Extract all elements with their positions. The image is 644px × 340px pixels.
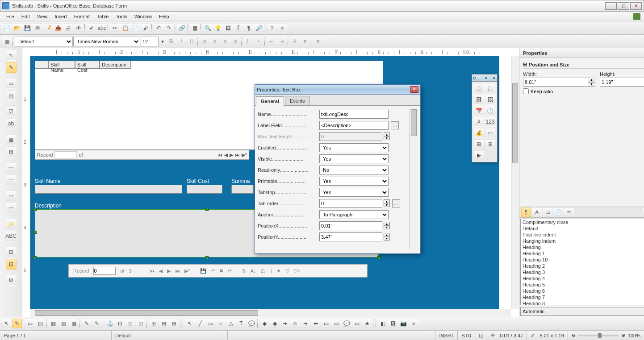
formctl-form-icon[interactable]: ▭ [6,78,17,89]
position-size-section[interactable]: ⊟Position and Size▭ [523,61,644,69]
draw-T-icon[interactable]: T [236,319,246,328]
nav2-first-icon[interactable]: ⏮ [150,268,155,274]
fmt-ind-icon[interactable]: ⇥ [277,37,287,46]
fmt-aj-icon[interactable]: ≡ [230,37,240,46]
draw-g3d-icon[interactable]: ◧ [378,319,388,328]
fmt-Ac-icon[interactable]: A [290,37,300,46]
std-zoom-icon[interactable]: 🔎 [254,23,264,33]
morectl-b-icon[interactable]: ⬚ [485,83,495,93]
draw-t2-icon[interactable]: ▦ [59,319,68,328]
formctl-design-icon[interactable]: ✎ [6,62,17,73]
nav2-next-icon[interactable]: ▶ [167,268,171,274]
draw-poly-icon[interactable]: △ [226,319,236,328]
nav-record-input[interactable] [93,267,116,275]
formctl-wiz-icon[interactable]: ✨ [6,219,17,229]
morectl-f-icon[interactable]: 🕐 [485,106,495,116]
font-size-dropdown[interactable]: ▾ [159,37,166,46]
nav-first-icon[interactable]: ⏮ [217,152,222,158]
std-abc2-icon[interactable]: abc [97,23,107,33]
prop-browse-1[interactable]: … [391,121,399,129]
morectl-h-icon[interactable]: 💰 [474,128,484,138]
nav-last-icon[interactable]: ⏭ [235,152,240,158]
input-skill-cost[interactable] [187,185,222,194]
draw-d4-icon[interactable]: ➜ [301,319,310,328]
input-summary[interactable] [231,185,254,194]
nav2-undo-icon[interactable]: ↶ [211,268,215,274]
col-skill-name[interactable]: Skill Name [48,61,75,69]
draw-oval-icon[interactable]: ○ [216,319,226,328]
formctl-abc-icon[interactable]: ab [6,118,17,129]
draw-d5-icon[interactable]: ⬅ [311,319,321,328]
properties-dialog[interactable]: Properties: Text Box ✕ General Events Na… [255,84,421,254]
style-item[interactable]: Hanging indent [521,238,644,244]
styles-filter-select[interactable]: Automatic [520,307,644,316]
formctl-cfg-icon[interactable]: ⚙ [6,275,17,286]
zoom-value[interactable]: 100% [628,333,640,338]
nav2-filter-icon[interactable]: ▼ [276,268,281,274]
morectl-i-icon[interactable]: ⊞ [474,139,484,149]
width-input[interactable] [523,78,588,87]
nav2-remfilter-icon[interactable]: ▽× [294,268,300,274]
style-item[interactable]: Heading 3 [521,269,644,275]
draw-f2-icon[interactable]: ▤ [35,319,45,328]
style-item[interactable]: Heading 7 [521,294,644,300]
nav-prev-icon[interactable]: ◀ [224,152,228,158]
draw-e2-icon[interactable]: ✎ [92,319,102,328]
std-pic-icon[interactable]: 🖼 [223,23,233,33]
draw-d2-icon[interactable]: ◆ [270,319,280,328]
std-para-icon[interactable]: ¶ [244,23,254,33]
status-insert[interactable]: INSRT [435,331,458,340]
keep-ratio-checkbox[interactable] [523,88,529,94]
draw-d6-icon[interactable]: ▭ [321,319,331,328]
style-item[interactable]: Heading 5 [521,282,644,288]
menu-insert[interactable]: Insert [51,13,71,20]
draw-t1-icon[interactable]: ▦ [48,319,58,328]
std-print-icon[interactable]: 🖨 [63,23,73,33]
std-mail-icon[interactable]: ✉ [33,23,42,33]
draw-line-icon[interactable]: ╱ [195,319,205,328]
formctl-abc3-icon[interactable]: ABC [6,231,17,241]
nav2-new-icon[interactable]: ▶* [184,268,190,274]
nav2-del-icon[interactable]: ✖ [219,268,223,274]
menu-file[interactable]: File [3,13,18,20]
nav2-prev-icon[interactable]: ◀ [159,268,163,274]
font-size-input[interactable] [141,37,159,46]
menu-tools[interactable]: Tools [112,13,131,20]
std-paste-icon[interactable]: 📄 [130,23,140,33]
formctl-more-icon[interactable]: ⋯ [6,162,17,173]
status-style[interactable]: Default [112,331,228,340]
draw-g3-icon[interactable]: ⊡ [136,319,146,328]
styles-listbox[interactable]: Complimentary closeDefaultFirst line ind… [520,219,644,305]
draw-star-icon[interactable]: ★ [362,319,372,328]
height-input[interactable] [600,78,644,87]
style-item[interactable]: Complimentary close [521,219,644,225]
draw-d8-icon[interactable]: ▭ [352,319,362,328]
morectl-j-icon[interactable]: ⊞ [485,139,495,149]
draw-d3-icon[interactable]: ➜ [280,319,290,328]
draw-sn2-icon[interactable]: ⊞ [169,319,179,328]
std-export-icon[interactable]: 📤 [53,23,63,33]
style-item[interactable]: Default [521,225,644,232]
formctl-check-icon[interactable]: ☑ [6,106,17,117]
std-preview-icon[interactable]: 👁 [74,23,84,33]
draw-gal-icon[interactable]: 🖼 [388,319,398,328]
draw-cap-icon[interactable]: 💬 [247,319,256,328]
draw-smile-icon[interactable]: ☺ [290,319,300,328]
prop-input-positionx[interactable] [319,221,382,230]
draw-chat-icon[interactable]: 💬 [342,319,351,328]
std-redo-icon[interactable]: ↷ [164,23,174,33]
std-undo-icon[interactable]: ↶ [154,23,163,33]
nav2-autofilter-icon[interactable]: ▽ [286,268,289,274]
style-item[interactable]: Heading 8 [521,300,644,305]
record-value[interactable] [54,151,77,158]
floatbox-dropdown-icon[interactable]: ▾ [485,76,487,80]
list-styles-icon[interactable]: ≣ [564,207,574,217]
more-controls-toolbox[interactable]: M...▾✕ ⬚⬚🖼🖼📅🕐#123💰▭⊞⊞▶ [472,74,498,162]
nav2-desc-icon[interactable]: Z↓ [261,268,266,274]
formctl-btn-icon[interactable]: ▭ [6,191,17,201]
draw-t3-icon[interactable]: ▦ [69,319,79,328]
menu-format[interactable]: Format [71,13,93,20]
morectl-e-icon[interactable]: 📅 [474,106,484,116]
std-fmt-icon[interactable]: 🖌 [141,23,151,33]
dialog-scrollbar[interactable] [410,108,418,249]
